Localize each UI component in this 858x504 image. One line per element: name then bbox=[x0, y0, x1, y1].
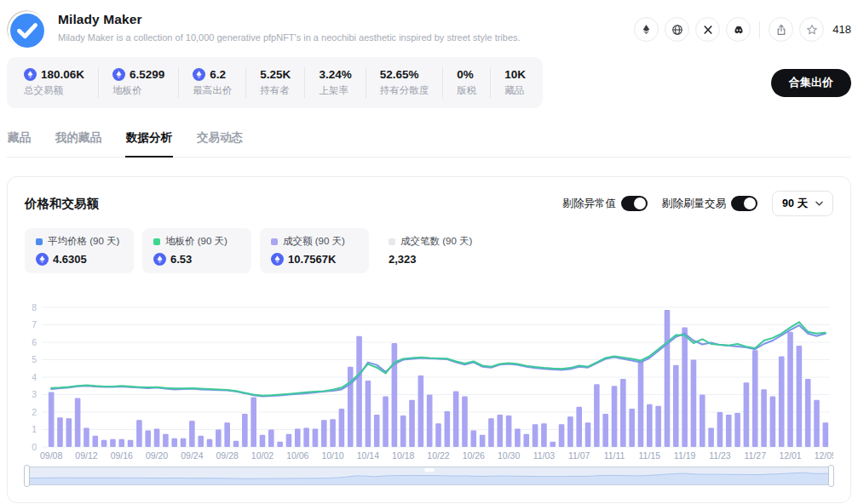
tab-item-2[interactable]: 数据分析 bbox=[125, 125, 173, 157]
discord-button[interactable] bbox=[726, 17, 751, 42]
toggle-switch-icon[interactable] bbox=[731, 196, 757, 211]
discord-icon bbox=[733, 24, 745, 36]
legend-item[interactable]: 地板价 (90 天) 6.53 bbox=[142, 228, 251, 273]
stat-item: 6.5299 地板价 bbox=[99, 67, 179, 98]
brush-handle-left[interactable] bbox=[24, 465, 30, 487]
tab-item-1[interactable]: 我的藏品 bbox=[55, 125, 102, 157]
svg-text:11/23: 11/23 bbox=[709, 450, 731, 461]
stat-item: 180.06K 总交易额 bbox=[10, 67, 99, 98]
stat-item: 3.24% 上架率 bbox=[305, 67, 366, 98]
chart-legend: 平均价格 (90 天) 4.6305 地板价 (90 天) 6.53 成交额 (… bbox=[25, 228, 833, 273]
svg-text:10/30: 10/30 bbox=[498, 450, 520, 461]
svg-text:5: 5 bbox=[32, 354, 37, 364]
toggle-switch-icon[interactable] bbox=[621, 196, 648, 211]
svg-text:11/27: 11/27 bbox=[744, 450, 766, 461]
panel-title: 价格和交易额 bbox=[25, 196, 99, 212]
price-volume-chart[interactable]: 01234567809/0809/1209/1609/2009/2409/281… bbox=[25, 304, 833, 462]
legend-marker-icon bbox=[36, 238, 43, 245]
svg-text:6: 6 bbox=[32, 337, 37, 347]
legend-item[interactable]: 成交笔数 (90 天) 2,323 bbox=[377, 228, 487, 273]
chevron-down-icon bbox=[815, 201, 823, 206]
svg-text:10/18: 10/18 bbox=[392, 450, 414, 461]
collection-description: Milady Maker is a collection of 10,000 g… bbox=[58, 32, 521, 43]
collection-page: Milady Maker Milady Maker is a collectio… bbox=[0, 0, 858, 503]
stat-item: 10K 藏品 bbox=[491, 67, 539, 98]
eth-icon bbox=[153, 253, 166, 266]
stats-bar: 180.06K 总交易额 6.5299 地板价 6.2 最高出价 5.25K 持… bbox=[7, 57, 543, 108]
svg-text:10/10: 10/10 bbox=[321, 450, 343, 461]
legend-marker-icon bbox=[153, 238, 160, 245]
stat-item: 6.2 最高出价 bbox=[179, 67, 246, 98]
collection-bid-button[interactable]: 合集出价 bbox=[771, 69, 851, 97]
eth-icon bbox=[24, 68, 37, 81]
svg-text:09/24: 09/24 bbox=[181, 450, 203, 461]
tab-item-0[interactable]: 藏品 bbox=[7, 125, 32, 157]
twitter-x-button[interactable] bbox=[695, 17, 720, 42]
tab-item-3[interactable]: 交易动态 bbox=[196, 125, 244, 157]
svg-text:09/08: 09/08 bbox=[40, 450, 62, 461]
svg-text:8: 8 bbox=[32, 304, 37, 312]
svg-text:10/06: 10/06 bbox=[286, 450, 308, 461]
svg-text:10/26: 10/26 bbox=[463, 450, 485, 461]
svg-text:7: 7 bbox=[32, 319, 37, 329]
svg-text:11/07: 11/07 bbox=[568, 450, 590, 461]
svg-text:12/05: 12/05 bbox=[815, 450, 833, 461]
header-actions: 418 bbox=[634, 17, 851, 42]
collection-header: Milady Maker Milady Maker is a collectio… bbox=[7, 0, 851, 49]
ethereum-icon bbox=[641, 24, 652, 35]
svg-text:12/01: 12/01 bbox=[779, 450, 801, 461]
legend-label: 地板价 (90 天) bbox=[165, 235, 227, 248]
svg-text:10/02: 10/02 bbox=[251, 450, 274, 461]
stat-item: 0% 版税 bbox=[443, 67, 491, 98]
svg-text:11/11: 11/11 bbox=[604, 450, 625, 461]
filter-toggle-label: 剔除异常值 bbox=[563, 197, 617, 211]
price-volume-panel: 价格和交易额 剔除异常值 剔除刷量交易 90 天 平均价格 (90 天) 4.6… bbox=[7, 176, 851, 503]
watchlist-count: 418 bbox=[832, 23, 851, 36]
svg-text:11/03: 11/03 bbox=[533, 450, 556, 461]
range-select[interactable]: 90 天 bbox=[772, 191, 833, 216]
legend-label: 平均价格 (90 天) bbox=[48, 235, 119, 248]
eth-icon bbox=[36, 253, 49, 266]
ethereum-chain-button[interactable] bbox=[634, 17, 659, 42]
collection-avatar bbox=[7, 10, 46, 49]
share-button[interactable] bbox=[769, 17, 793, 42]
svg-text:1: 1 bbox=[32, 424, 37, 434]
svg-text:09/16: 09/16 bbox=[111, 450, 133, 461]
stats-section: 180.06K 总交易额 6.5299 地板价 6.2 最高出价 5.25K 持… bbox=[7, 57, 851, 108]
svg-text:2: 2 bbox=[32, 407, 37, 417]
legend-label: 成交笔数 (90 天) bbox=[400, 235, 472, 248]
svg-text:11/15: 11/15 bbox=[639, 450, 661, 461]
svg-text:3: 3 bbox=[32, 389, 37, 399]
svg-text:4: 4 bbox=[32, 372, 37, 382]
eth-icon bbox=[193, 68, 205, 81]
range-select-value: 90 天 bbox=[782, 197, 808, 211]
x-icon bbox=[703, 25, 713, 35]
watchlist-button[interactable] bbox=[799, 17, 824, 42]
filter-toggle[interactable]: 剔除刷量交易 bbox=[662, 196, 757, 211]
stat-item: 5.25K 持有者 bbox=[246, 67, 305, 98]
divider bbox=[759, 21, 760, 38]
share-icon bbox=[775, 24, 787, 36]
chart-controls: 剔除异常值 剔除刷量交易 90 天 bbox=[563, 191, 833, 216]
legend-item[interactable]: 成交额 (90 天) 10.7567K bbox=[260, 228, 369, 273]
brush-handle-right[interactable] bbox=[828, 465, 834, 487]
svg-text:10/22: 10/22 bbox=[427, 450, 449, 461]
collection-title: Milady Maker bbox=[58, 12, 521, 27]
globe-icon bbox=[671, 24, 683, 36]
star-icon bbox=[806, 24, 818, 36]
svg-text:09/20: 09/20 bbox=[146, 450, 168, 461]
eth-icon bbox=[112, 68, 125, 81]
legend-item[interactable]: 平均价格 (90 天) 4.6305 bbox=[25, 228, 134, 273]
chart-range-brush[interactable] bbox=[26, 467, 832, 485]
filter-toggle-label: 剔除刷量交易 bbox=[662, 197, 726, 211]
legend-value: 2,323 bbox=[389, 253, 417, 266]
svg-text:09/28: 09/28 bbox=[216, 450, 239, 461]
verified-badge-icon bbox=[8, 11, 47, 50]
website-button[interactable] bbox=[665, 17, 689, 42]
stat-item: 52.65% 持有分散度 bbox=[366, 67, 444, 98]
legend-value: 4.6305 bbox=[53, 253, 87, 266]
filter-toggle[interactable]: 剔除异常值 bbox=[563, 196, 648, 211]
svg-text:0: 0 bbox=[32, 442, 37, 452]
brush-notch bbox=[424, 468, 435, 472]
legend-value: 10.7567K bbox=[288, 253, 336, 266]
